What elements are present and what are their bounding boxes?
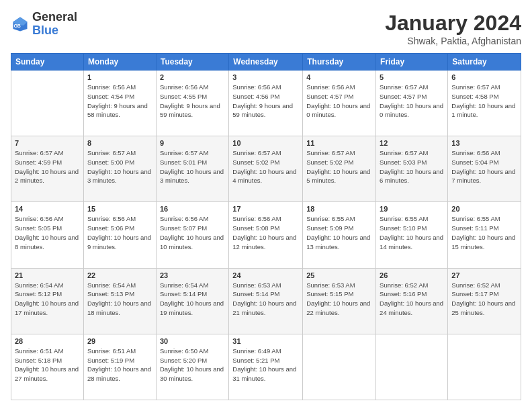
day-info: Sunrise: 6:57 AMSunset: 5:03 PMDaylight:…	[380, 148, 444, 185]
day-number: 9	[160, 139, 225, 147]
header-monday: Monday	[83, 54, 156, 71]
calendar-cell: 13Sunrise: 6:56 AMSunset: 5:04 PMDayligh…	[448, 136, 521, 202]
day-number: 4	[306, 73, 372, 81]
calendar-header-row: Sunday Monday Tuesday Wednesday Thursday…	[11, 54, 521, 71]
calendar-cell: 29Sunrise: 6:51 AMSunset: 5:19 PMDayligh…	[83, 334, 156, 400]
day-number: 2	[160, 73, 225, 81]
day-info: Sunrise: 6:55 AMSunset: 5:10 PMDaylight:…	[380, 214, 444, 251]
subtitle: Shwak, Paktia, Afghanistan	[385, 36, 521, 46]
calendar-cell: 26Sunrise: 6:52 AMSunset: 5:16 PMDayligh…	[376, 268, 448, 334]
calendar-cell: 14Sunrise: 6:56 AMSunset: 5:05 PMDayligh…	[11, 202, 84, 268]
day-info: Sunrise: 6:57 AMSunset: 5:01 PMDaylight:…	[160, 148, 225, 185]
calendar-cell: 11Sunrise: 6:57 AMSunset: 5:02 PMDayligh…	[303, 136, 376, 202]
day-info: Sunrise: 6:56 AMSunset: 5:06 PMDaylight:…	[87, 214, 152, 251]
day-info: Sunrise: 6:54 AMSunset: 5:13 PMDaylight:…	[87, 281, 152, 318]
day-number: 25	[306, 271, 372, 279]
calendar-cell: 8Sunrise: 6:57 AMSunset: 5:00 PMDaylight…	[83, 136, 156, 202]
day-number: 1	[87, 73, 152, 81]
calendar-cell: 23Sunrise: 6:54 AMSunset: 5:14 PMDayligh…	[156, 268, 228, 334]
day-number: 15	[87, 205, 152, 213]
day-number: 18	[306, 205, 372, 213]
main-title: January 2024	[385, 11, 521, 36]
calendar-cell	[303, 334, 376, 400]
week-row-2: 14Sunrise: 6:56 AMSunset: 5:05 PMDayligh…	[11, 202, 521, 268]
calendar-cell: 3Sunrise: 6:56 AMSunset: 4:56 PMDaylight…	[229, 71, 303, 136]
day-info: Sunrise: 6:57 AMSunset: 4:58 PMDaylight:…	[451, 83, 517, 120]
day-number: 21	[15, 271, 80, 279]
day-info: Sunrise: 6:56 AMSunset: 5:07 PMDaylight:…	[160, 214, 225, 251]
day-info: Sunrise: 6:57 AMSunset: 5:00 PMDaylight:…	[87, 148, 152, 185]
day-number: 8	[87, 139, 152, 147]
day-info: Sunrise: 6:56 AMSunset: 5:05 PMDaylight:…	[15, 214, 80, 251]
week-row-3: 21Sunrise: 6:54 AMSunset: 5:12 PMDayligh…	[11, 268, 521, 334]
day-number: 23	[160, 271, 225, 279]
day-number: 20	[451, 205, 517, 213]
calendar-cell	[11, 71, 84, 136]
day-number: 27	[451, 271, 517, 279]
day-info: Sunrise: 6:57 AMSunset: 5:02 PMDaylight:…	[232, 148, 299, 185]
day-number: 28	[15, 337, 80, 345]
week-row-4: 28Sunrise: 6:51 AMSunset: 5:18 PMDayligh…	[11, 334, 521, 400]
day-info: Sunrise: 6:57 AMSunset: 5:02 PMDaylight:…	[306, 148, 372, 185]
day-info: Sunrise: 6:57 AMSunset: 4:57 PMDaylight:…	[380, 83, 444, 120]
logo-general: General	[32, 11, 77, 24]
calendar-cell: 9Sunrise: 6:57 AMSunset: 5:01 PMDaylight…	[156, 136, 228, 202]
logo: GB General Blue	[11, 11, 77, 38]
header-friday: Friday	[376, 54, 448, 71]
day-info: Sunrise: 6:54 AMSunset: 5:12 PMDaylight:…	[15, 281, 80, 318]
calendar-cell: 28Sunrise: 6:51 AMSunset: 5:18 PMDayligh…	[11, 334, 84, 400]
calendar-cell	[448, 334, 521, 400]
calendar-cell: 24Sunrise: 6:53 AMSunset: 5:14 PMDayligh…	[229, 268, 303, 334]
day-number: 7	[15, 139, 80, 147]
calendar-cell: 10Sunrise: 6:57 AMSunset: 5:02 PMDayligh…	[229, 136, 303, 202]
day-number: 26	[380, 271, 444, 279]
day-info: Sunrise: 6:55 AMSunset: 5:11 PMDaylight:…	[451, 214, 517, 251]
calendar-cell: 7Sunrise: 6:57 AMSunset: 4:59 PMDaylight…	[11, 136, 84, 202]
calendar-cell: 25Sunrise: 6:53 AMSunset: 5:15 PMDayligh…	[303, 268, 376, 334]
calendar-cell: 17Sunrise: 6:56 AMSunset: 5:08 PMDayligh…	[229, 202, 303, 268]
header-saturday: Saturday	[448, 54, 521, 71]
calendar-cell: 15Sunrise: 6:56 AMSunset: 5:06 PMDayligh…	[83, 202, 156, 268]
calendar-cell: 16Sunrise: 6:56 AMSunset: 5:07 PMDayligh…	[156, 202, 228, 268]
day-number: 29	[87, 337, 152, 345]
calendar-table: Sunday Monday Tuesday Wednesday Thursday…	[11, 53, 521, 400]
day-info: Sunrise: 6:52 AMSunset: 5:17 PMDaylight:…	[451, 281, 517, 318]
logo-text: General Blue	[32, 11, 77, 38]
week-row-1: 7Sunrise: 6:57 AMSunset: 4:59 PMDaylight…	[11, 136, 521, 202]
day-number: 11	[306, 139, 372, 147]
day-number: 16	[160, 205, 225, 213]
day-info: Sunrise: 6:56 AMSunset: 4:56 PMDaylight:…	[232, 83, 299, 120]
header-tuesday: Tuesday	[156, 54, 228, 71]
logo-blue: Blue	[32, 24, 77, 38]
day-number: 12	[380, 139, 444, 147]
calendar-cell: 6Sunrise: 6:57 AMSunset: 4:58 PMDaylight…	[448, 71, 521, 136]
day-number: 19	[380, 205, 444, 213]
day-number: 6	[451, 73, 517, 81]
day-info: Sunrise: 6:51 AMSunset: 5:19 PMDaylight:…	[87, 347, 152, 383]
calendar-cell: 27Sunrise: 6:52 AMSunset: 5:17 PMDayligh…	[448, 268, 521, 334]
day-number: 13	[451, 139, 517, 147]
day-info: Sunrise: 6:52 AMSunset: 5:16 PMDaylight:…	[380, 281, 444, 318]
day-info: Sunrise: 6:56 AMSunset: 5:08 PMDaylight:…	[232, 214, 299, 251]
logo-icon: GB	[11, 15, 30, 34]
header-thursday: Thursday	[303, 54, 376, 71]
day-info: Sunrise: 6:56 AMSunset: 4:57 PMDaylight:…	[306, 83, 372, 120]
svg-text:GB: GB	[13, 24, 21, 28]
calendar-cell: 12Sunrise: 6:57 AMSunset: 5:03 PMDayligh…	[376, 136, 448, 202]
day-number: 10	[232, 139, 299, 147]
day-number: 3	[232, 73, 299, 81]
day-info: Sunrise: 6:50 AMSunset: 5:20 PMDaylight:…	[160, 347, 225, 383]
calendar-cell: 4Sunrise: 6:56 AMSunset: 4:57 PMDaylight…	[303, 71, 376, 136]
day-info: Sunrise: 6:49 AMSunset: 5:21 PMDaylight:…	[232, 347, 299, 383]
week-row-0: 1Sunrise: 6:56 AMSunset: 4:54 PMDaylight…	[11, 71, 521, 136]
day-number: 17	[232, 205, 299, 213]
day-info: Sunrise: 6:53 AMSunset: 5:15 PMDaylight:…	[306, 281, 372, 318]
day-info: Sunrise: 6:56 AMSunset: 4:55 PMDaylight:…	[160, 83, 225, 120]
day-info: Sunrise: 6:56 AMSunset: 4:54 PMDaylight:…	[87, 83, 152, 120]
calendar-cell: 2Sunrise: 6:56 AMSunset: 4:55 PMDaylight…	[156, 71, 228, 136]
day-number: 5	[380, 73, 444, 81]
day-number: 30	[160, 337, 225, 345]
calendar-cell: 22Sunrise: 6:54 AMSunset: 5:13 PMDayligh…	[83, 268, 156, 334]
calendar-cell: 19Sunrise: 6:55 AMSunset: 5:10 PMDayligh…	[376, 202, 448, 268]
day-info: Sunrise: 6:54 AMSunset: 5:14 PMDaylight:…	[160, 281, 225, 318]
